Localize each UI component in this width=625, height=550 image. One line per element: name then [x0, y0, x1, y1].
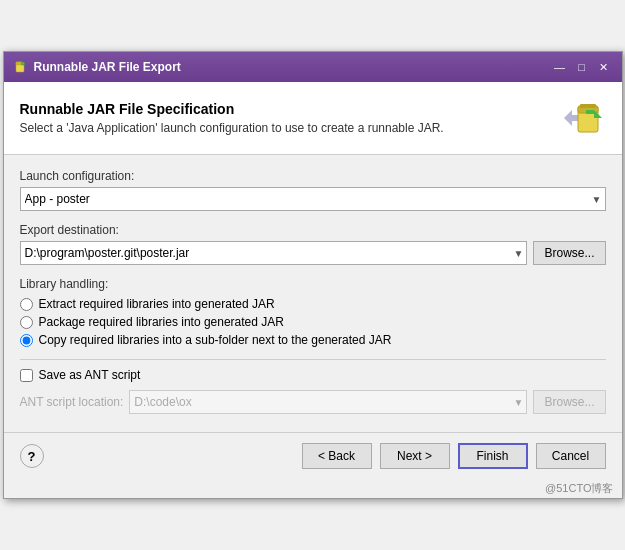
back-button[interactable]: < Back [302, 443, 372, 469]
content-area: Runnable JAR File Specification Select a… [4, 82, 622, 432]
launch-config-row: App - poster ▼ [20, 187, 606, 211]
page-title: Runnable JAR File Specification [20, 101, 444, 117]
save-ant-label: Save as ANT script [39, 368, 141, 382]
maximize-button[interactable]: □ [572, 58, 592, 76]
footer-right: < Back Next > Finish Cancel [302, 443, 606, 469]
radio-copy[interactable] [20, 334, 33, 347]
ant-browse-button: Browse... [533, 390, 605, 414]
minimize-button[interactable]: — [550, 58, 570, 76]
help-button[interactable]: ? [20, 444, 44, 468]
ant-checkbox-row: Save as ANT script [20, 368, 606, 382]
launch-config-select[interactable]: App - poster [20, 187, 606, 211]
radio-package-label: Package required libraries into generate… [39, 315, 284, 329]
form-section: Launch configuration: App - poster ▼ Exp… [4, 155, 622, 432]
divider [20, 359, 606, 360]
ant-script-row: ANT script location: ▼ Browse... [20, 390, 606, 414]
export-dest-label: Export destination: [20, 223, 606, 237]
next-button[interactable]: Next > [380, 443, 450, 469]
title-controls: — □ ✕ [550, 58, 614, 76]
radio-extract-label: Extract required libraries into generate… [39, 297, 275, 311]
radio-group: Extract required libraries into generate… [20, 297, 606, 347]
ant-script-input[interactable] [129, 390, 527, 414]
title-bar-left: Runnable JAR File Export [12, 59, 181, 75]
window-icon [12, 59, 28, 75]
window-title: Runnable JAR File Export [34, 60, 181, 74]
export-dest-select[interactable]: D:\program\poster.git\poster.jar [20, 241, 528, 265]
launch-config-label: Launch configuration: [20, 169, 606, 183]
finish-button[interactable]: Finish [458, 443, 528, 469]
library-handling-label: Library handling: [20, 277, 606, 291]
main-window: Runnable JAR File Export — □ ✕ Runnable … [3, 51, 623, 499]
page-description: Select a 'Java Application' launch confi… [20, 121, 444, 135]
save-ant-checkbox[interactable] [20, 369, 33, 382]
radio-copy-label: Copy required libraries into a sub-folde… [39, 333, 392, 347]
jar-icon-large [558, 94, 606, 142]
watermark: @51CTO博客 [4, 479, 622, 498]
export-dest-row: D:\program\poster.git\poster.jar ▼ Brows… [20, 241, 606, 265]
export-browse-button[interactable]: Browse... [533, 241, 605, 265]
radio-item-2[interactable]: Package required libraries into generate… [20, 315, 606, 329]
svg-rect-7 [580, 104, 596, 108]
header-section: Runnable JAR File Specification Select a… [4, 82, 622, 155]
export-dest-wrapper[interactable]: D:\program\poster.git\poster.jar ▼ [20, 241, 528, 265]
radio-package[interactable] [20, 316, 33, 329]
radio-item-3[interactable]: Copy required libraries into a sub-folde… [20, 333, 606, 347]
close-button[interactable]: ✕ [594, 58, 614, 76]
launch-config-wrapper[interactable]: App - poster ▼ [20, 187, 606, 211]
ant-script-label: ANT script location: [20, 395, 124, 409]
radio-item-1[interactable]: Extract required libraries into generate… [20, 297, 606, 311]
footer-left: ? [20, 444, 44, 468]
header-text: Runnable JAR File Specification Select a… [20, 101, 444, 135]
ant-input-wrapper: ▼ [129, 390, 527, 414]
title-bar: Runnable JAR File Export — □ ✕ [4, 52, 622, 82]
cancel-button[interactable]: Cancel [536, 443, 606, 469]
footer: ? < Back Next > Finish Cancel [4, 432, 622, 479]
radio-extract[interactable] [20, 298, 33, 311]
